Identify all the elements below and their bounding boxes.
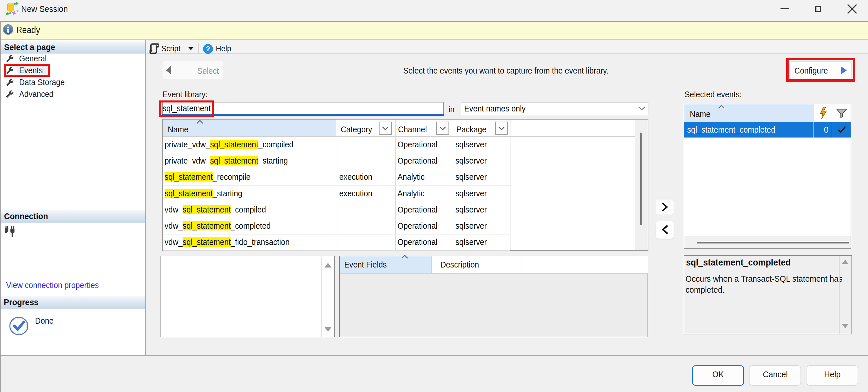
svg-text:?: ? [206, 45, 210, 53]
